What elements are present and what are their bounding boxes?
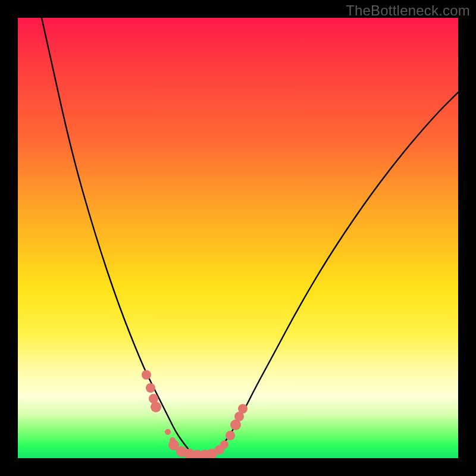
bottleneck-curve (42, 18, 458, 455)
curve-svg (18, 18, 458, 458)
watermark-text: TheBottleneck.com (346, 2, 470, 19)
curve-marker (226, 431, 235, 440)
curve-marker (238, 404, 248, 414)
curve-marker (165, 429, 171, 435)
curve-marker (151, 402, 161, 412)
marker-layer (142, 370, 248, 458)
plot-area (18, 18, 458, 458)
curve-marker (142, 370, 151, 380)
chart-frame: TheBottleneck.com (0, 0, 476, 476)
curve-marker (146, 383, 155, 393)
curve-marker (220, 440, 228, 449)
